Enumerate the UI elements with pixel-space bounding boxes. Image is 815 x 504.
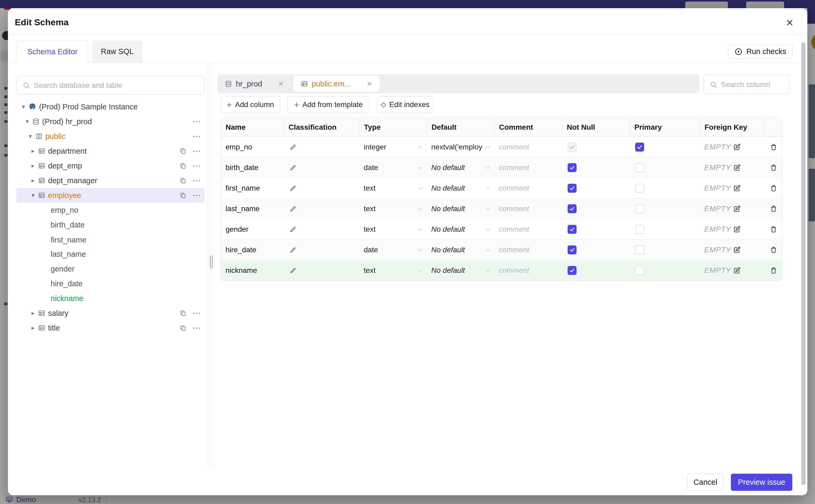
cancel-button[interactable]: Cancel: [687, 474, 724, 491]
tree-item-table-employee[interactable]: ▾ employee ⋯: [16, 188, 204, 203]
tab-raw-sql[interactable]: Raw SQL: [92, 41, 142, 62]
not-null-checkbox[interactable]: [568, 143, 577, 152]
not-null-checkbox[interactable]: [568, 163, 577, 172]
close-tab-icon[interactable]: ✕: [366, 80, 372, 88]
default-select[interactable]: nextval('employ: [427, 137, 494, 157]
classification-edit-button[interactable]: [289, 164, 296, 171]
delete-column-button[interactable]: [770, 164, 778, 172]
tree-item-table-dept-emp[interactable]: ▸ dept_emp ⋯: [16, 158, 204, 173]
not-null-checkbox[interactable]: [568, 204, 577, 213]
caret-down-icon[interactable]: ▾: [20, 103, 27, 110]
more-actions-icon[interactable]: ⋯: [192, 191, 201, 200]
tree-item-column-last-name[interactable]: last_name: [16, 247, 204, 261]
tab-schema-editor[interactable]: Schema Editor: [17, 41, 88, 63]
more-actions-icon[interactable]: ⋯: [192, 176, 201, 185]
foreign-key-edit-button[interactable]: [733, 225, 741, 233]
add-column-button[interactable]: + Add column: [220, 96, 280, 113]
tree-item-table-department[interactable]: ▸ department ⋯: [16, 144, 204, 158]
tree-item-column-gender[interactable]: gender: [16, 261, 204, 276]
not-null-checkbox[interactable]: [568, 245, 577, 254]
tree-item-table-salary[interactable]: ▸ salary ⋯: [16, 306, 204, 321]
type-select[interactable]: text: [359, 219, 427, 240]
delete-column-button[interactable]: [770, 225, 778, 233]
tree-item-column-hire-date[interactable]: hire_date: [16, 276, 204, 291]
primary-checkbox[interactable]: [635, 266, 644, 275]
foreign-key-edit-button[interactable]: [733, 164, 741, 172]
comment-input[interactable]: [494, 184, 562, 192]
comment-input[interactable]: [494, 225, 562, 234]
more-actions-icon[interactable]: ⋯: [192, 309, 201, 317]
classification-edit-button[interactable]: [289, 205, 296, 212]
type-select[interactable]: date: [359, 240, 427, 260]
editor-tab-public-employee[interactable]: public.em... ✕: [293, 75, 380, 92]
more-actions-icon[interactable]: ⋯: [192, 324, 201, 332]
default-select[interactable]: No default: [427, 240, 494, 260]
default-select[interactable]: No default: [427, 198, 494, 219]
comment-input[interactable]: [494, 205, 562, 213]
caret-right-icon[interactable]: ▸: [30, 324, 36, 331]
preview-issue-button[interactable]: Preview issue: [731, 474, 792, 491]
foreign-key-edit-button[interactable]: [733, 246, 741, 254]
more-actions-icon[interactable]: ⋯: [192, 162, 201, 170]
type-select[interactable]: text: [359, 260, 427, 281]
edit-indexes-button[interactable]: ◇ Edit indexes: [377, 96, 433, 113]
type-select[interactable]: text: [359, 178, 427, 198]
copy-icon[interactable]: [180, 177, 186, 184]
copy-icon[interactable]: [180, 162, 186, 169]
not-null-checkbox[interactable]: [568, 266, 577, 275]
tree-item-column-nickname[interactable]: nickname: [16, 291, 204, 306]
caret-right-icon[interactable]: ▸: [30, 148, 36, 154]
column-search-input[interactable]: [721, 80, 783, 89]
classification-edit-button[interactable]: [289, 226, 296, 233]
default-select[interactable]: No default: [427, 260, 494, 281]
copy-icon[interactable]: [180, 324, 186, 331]
copy-icon[interactable]: [180, 310, 186, 317]
classification-edit-button[interactable]: [289, 267, 296, 274]
comment-input[interactable]: [494, 163, 562, 172]
type-select[interactable]: date: [359, 157, 427, 178]
foreign-key-edit-button[interactable]: [733, 205, 741, 213]
not-null-checkbox[interactable]: [568, 184, 577, 193]
default-select[interactable]: No default: [427, 178, 494, 198]
editor-tab-hr-prod[interactable]: hr_prod ✕: [217, 74, 291, 93]
caret-down-icon[interactable]: ▾: [27, 133, 34, 140]
caret-right-icon[interactable]: ▸: [30, 162, 36, 169]
more-actions-icon[interactable]: ⋯: [192, 132, 201, 140]
delete-column-button[interactable]: [770, 266, 778, 274]
comment-input[interactable]: [494, 143, 562, 151]
close-icon[interactable]: ✕: [784, 17, 795, 29]
primary-checkbox[interactable]: [635, 163, 644, 172]
tree-item-database[interactable]: ▾ (Prod) hr_prod ⋯: [16, 114, 204, 129]
database-search[interactable]: [17, 76, 204, 95]
close-tab-icon[interactable]: ✕: [278, 80, 284, 88]
comment-input[interactable]: [494, 266, 562, 275]
type-select[interactable]: integer: [359, 137, 427, 157]
caret-down-icon[interactable]: ▾: [30, 192, 36, 199]
default-select[interactable]: No default: [427, 219, 494, 240]
delete-column-button[interactable]: [770, 184, 778, 192]
tree-item-schema-public[interactable]: ▾ public ⋯: [16, 129, 204, 144]
classification-edit-button[interactable]: [289, 246, 296, 254]
delete-column-button[interactable]: [770, 143, 778, 151]
not-null-checkbox[interactable]: [568, 225, 577, 234]
foreign-key-edit-button[interactable]: [733, 143, 741, 151]
copy-icon[interactable]: [180, 192, 186, 199]
tree-item-column-first-name[interactable]: first_name: [16, 232, 204, 247]
add-from-template-button[interactable]: + Add from template: [287, 96, 369, 113]
tree-item-column-emp-no[interactable]: emp_no: [16, 203, 204, 217]
default-select[interactable]: No default: [427, 157, 494, 178]
primary-checkbox[interactable]: [635, 204, 644, 213]
tree-item-table-dept-manager[interactable]: ▸ dept_manager ⋯: [16, 173, 204, 188]
primary-checkbox[interactable]: [635, 245, 644, 254]
copy-icon[interactable]: [180, 148, 186, 154]
type-select[interactable]: text: [359, 198, 427, 219]
database-search-input[interactable]: [34, 81, 198, 90]
run-checks-button[interactable]: Run checks: [728, 44, 793, 59]
primary-checkbox[interactable]: [635, 225, 644, 234]
more-actions-icon[interactable]: ⋯: [192, 117, 201, 126]
foreign-key-edit-button[interactable]: [733, 266, 741, 274]
primary-checkbox[interactable]: [635, 143, 644, 152]
foreign-key-edit-button[interactable]: [733, 184, 741, 192]
column-search[interactable]: [704, 75, 789, 94]
caret-right-icon[interactable]: ▸: [30, 310, 36, 317]
